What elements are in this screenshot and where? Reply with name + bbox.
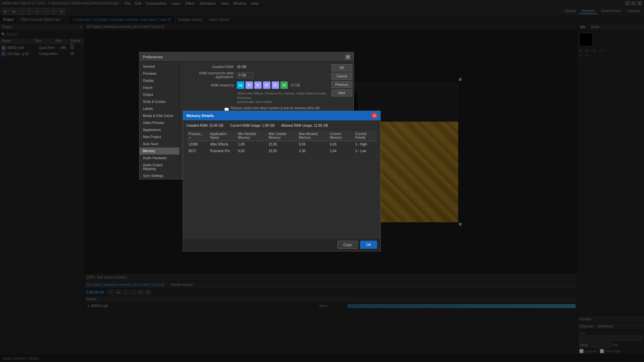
pref-audio-hardware[interactable]: Audio Hardware <box>140 155 179 162</box>
preferences-dialog-header: Preferences ✕ <box>140 52 354 62</box>
ram-shared-label: RAM shared by <box>183 83 237 87</box>
min-1: 0,50 <box>236 148 267 155</box>
affects-note: Affects After Effects, Premiere Pro, Pre… <box>237 92 327 104</box>
preferences-close-button[interactable]: ✕ <box>345 55 350 59</box>
current-0: 0,45 <box>328 141 353 148</box>
memory-ok-button[interactable]: OK <box>360 241 377 249</box>
pref-general[interactable]: General <box>140 63 179 70</box>
pref-auto-save[interactable]: Auto Save <box>140 140 179 147</box>
max-usable-1: 15,95 <box>267 148 297 155</box>
pref-previews[interactable]: Previews <box>140 70 179 77</box>
preferences-nav: General Previews Display Import Output G… <box>140 62 180 179</box>
prefs-next-button[interactable]: Next <box>331 89 352 97</box>
installed-ram-value: 16 GB <box>237 65 246 69</box>
pref-new-project[interactable]: New Project <box>140 133 179 140</box>
col-app-name: Application Name <box>208 131 236 141</box>
pref-sync-settings[interactable]: Sync Settings <box>140 172 179 179</box>
pref-display[interactable]: Display <box>140 77 179 84</box>
app-icon-pr2: Pr <box>254 81 262 89</box>
col-current-mem: Current Memory <box>328 131 353 141</box>
app-0: After Effects <box>208 141 236 148</box>
pref-media-cache[interactable]: Media & Disk Cache <box>140 112 179 119</box>
ram-shared-value: 13 GB <box>290 83 300 87</box>
memory-title: Memory Details <box>186 114 214 118</box>
current-1: 1,44 <box>328 148 353 155</box>
prefs-cancel-button[interactable]: Cancel <box>331 73 352 80</box>
memory-row-1[interactable]: 6072 Premiere Pro 0,50 15,95 3,36 1,44 3… <box>186 148 377 155</box>
reserved-ram-label: RAM reserved for other applications: <box>183 71 237 79</box>
app-1: Premiere Pro <box>208 148 236 155</box>
memory-details-dialog: Memory Details ✕ Installed RAM: 15,95 GB… <box>183 111 381 251</box>
ram-shared-row: RAM shared by Ae Pr Pr Pr Pr Al 13 GB <box>183 81 327 89</box>
pref-appearance[interactable]: Appearance <box>140 126 179 133</box>
app-icon-pr: Pr <box>246 81 253 89</box>
memory-table: Process... ▼ Application Name Min Needed… <box>186 131 377 155</box>
memory-close-button[interactable]: ✕ <box>372 113 377 118</box>
pref-grids[interactable]: Grids & Guides <box>140 98 179 105</box>
installed-ram-stat: Installed RAM: 15,95 GB <box>186 124 223 127</box>
memory-table-header: Process... ▼ Application Name Min Needed… <box>186 131 377 141</box>
pref-labels[interactable]: Labels <box>140 105 179 112</box>
current-usage-stat: Current RAM Usage: 1,89 GB <box>230 124 274 127</box>
reserved-ram-input[interactable] <box>237 72 254 78</box>
memory-stats: Installed RAM: 15,95 GB Current RAM Usag… <box>186 124 377 127</box>
max-allowed-0: 9,59 <box>297 141 328 148</box>
app-icon-ae: Ae <box>237 81 244 89</box>
app-icon-al: Al <box>280 81 288 89</box>
pref-output[interactable]: Output <box>140 91 179 98</box>
prefs-previous-button[interactable]: Previous <box>331 81 352 88</box>
memory-table-body: 13388 After Effects 1,00 15,95 9,59 0,45… <box>186 141 377 155</box>
max-allowed-1: 3,36 <box>297 148 328 155</box>
priority-1: 3 - Low <box>353 148 377 155</box>
allowed-usage-stat: Allowed RAM Usage: 12,95 GB <box>281 124 328 127</box>
memory-row-0[interactable]: 13388 After Effects 1,00 15,95 9,59 0,45… <box>186 141 377 148</box>
app-icons: Ae Pr Pr Pr Pr Al <box>237 81 288 89</box>
col-max-allowed: Max Allowed Memory <box>297 131 328 141</box>
pref-import[interactable]: Import <box>140 84 179 91</box>
col-priority: Current Priority <box>353 131 377 141</box>
app-icon-pr4: Pr <box>272 81 279 89</box>
priority-0: 1 - High <box>353 141 377 148</box>
memory-dialog-body: Installed RAM: 15,95 GB Current RAM Usag… <box>183 120 380 238</box>
memory-dialog-header: Memory Details ✕ <box>183 111 380 120</box>
proc-1: 6072 <box>186 148 208 155</box>
preferences-title: Preferences <box>143 55 163 59</box>
col-process: Process... ▼ <box>186 131 208 141</box>
memory-footer: Copy OK <box>183 238 380 251</box>
pref-audio-output[interactable]: Audio Output Mapping <box>140 162 179 172</box>
col-max-usable: Max Usable Memory <box>267 131 297 141</box>
reserved-ram-row: RAM reserved for other applications: <box>183 71 327 79</box>
proc-0: 13388 <box>186 141 208 148</box>
min-0: 1,00 <box>236 141 267 148</box>
installed-ram-row: Installed RAM: 16 GB <box>183 65 327 69</box>
app-icon-pr3: Pr <box>263 81 270 89</box>
col-min-needed: Min Needed Memory <box>236 131 267 141</box>
pref-video-preview[interactable]: Video Preview <box>140 119 179 126</box>
pref-memory[interactable]: Memory <box>140 147 179 155</box>
sort-icon: ▼ <box>189 136 191 139</box>
max-usable-0: 15,95 <box>267 141 297 148</box>
memory-copy-button[interactable]: Copy <box>337 241 358 249</box>
installed-ram-label: Installed RAM: <box>183 65 237 69</box>
prefs-ok-button[interactable]: OK <box>331 64 352 71</box>
